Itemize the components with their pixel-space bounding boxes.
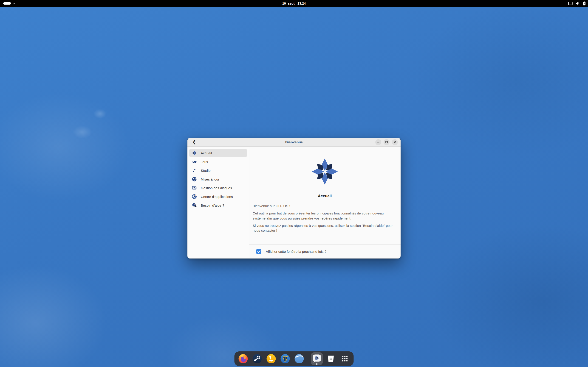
web-browser-icon bbox=[294, 353, 304, 364]
sidebar-item-studio[interactable]: Studio bbox=[189, 166, 247, 175]
dock-separator bbox=[308, 354, 308, 364]
clock[interactable]: 10 sept. 13:24 bbox=[282, 0, 306, 7]
running-indicator-dot bbox=[316, 363, 318, 365]
sidebar-item-jeux[interactable]: Jeux bbox=[189, 157, 247, 166]
show-next-time-checkbox[interactable] bbox=[256, 249, 261, 254]
sidebar-item-accueil[interactable]: Accueil bbox=[189, 149, 247, 157]
lutris-icon bbox=[266, 353, 277, 364]
volume-icon bbox=[576, 2, 580, 5]
dock-item-firefox[interactable] bbox=[237, 352, 249, 365]
sidebar-item-mises-a-jour[interactable]: Mises à jour bbox=[189, 175, 247, 184]
welcome-window: ❮ Bienvenue bbox=[187, 138, 401, 259]
window-titlebar[interactable]: ❮ Bienvenue bbox=[187, 138, 401, 147]
sidebar-item-label: Jeux bbox=[201, 160, 208, 164]
sidebar-item-label: Besoin d'aide ? bbox=[201, 203, 224, 207]
workspace-dot bbox=[14, 3, 15, 4]
sidebar-item-label: Mises à jour bbox=[201, 177, 219, 181]
dock-item-glf-welcome[interactable] bbox=[311, 352, 323, 365]
workspace-active-pill bbox=[3, 2, 11, 5]
dock: ♻ bbox=[234, 351, 354, 366]
paragraph: Bienvenue sur GLF OS ! bbox=[253, 203, 395, 208]
svg-text:♻: ♻ bbox=[329, 357, 333, 361]
glf-os-logo bbox=[311, 158, 338, 185]
disk-drive-icon bbox=[192, 185, 197, 190]
glf-snowflake-icon bbox=[192, 150, 197, 156]
svg-text:?: ? bbox=[193, 203, 195, 206]
sidebar-item-centre-applications[interactable]: Centre d'applications bbox=[189, 192, 247, 201]
paragraph: Cet outil a pour but de vous présenter l… bbox=[253, 211, 395, 221]
top-bar: 10 sept. 13:24 bbox=[0, 0, 588, 7]
minimize-button[interactable] bbox=[375, 139, 381, 145]
welcome-text: Bienvenue sur GLF OS ! Cet outil a pour … bbox=[253, 203, 395, 235]
gamepad-icon bbox=[192, 159, 197, 164]
dock-item-trash[interactable]: ♻ bbox=[325, 352, 337, 365]
sidebar-item-label: Centre d'applications bbox=[201, 195, 233, 199]
dock-item-heroic[interactable] bbox=[279, 352, 291, 365]
content-pane: Accueil Bienvenue sur GLF OS ! Cet outil… bbox=[249, 147, 401, 259]
glf-welcome-icon bbox=[312, 353, 322, 364]
show-next-time-row: Afficher cette fenêtre la prochaine fois… bbox=[249, 244, 401, 259]
steam-icon bbox=[252, 353, 262, 364]
show-apps-button[interactable] bbox=[339, 352, 351, 365]
system-status-area[interactable] bbox=[568, 0, 586, 7]
window-title: Bienvenue bbox=[285, 140, 303, 144]
battery-charging-icon bbox=[583, 1, 586, 6]
music-note-icon bbox=[192, 168, 197, 173]
paragraph: Si vous ne trouvez pas les réponses à vo… bbox=[253, 223, 395, 233]
dock-item-lutris[interactable] bbox=[265, 352, 277, 365]
heroic-games-icon bbox=[280, 353, 291, 364]
sidebar-item-gestion-des-disques[interactable]: Gestion des disques bbox=[189, 184, 247, 192]
sidebar-item-label: Studio bbox=[201, 169, 211, 173]
show-apps-grid-icon bbox=[340, 353, 350, 364]
back-button[interactable]: ❮ bbox=[191, 139, 197, 145]
app-center-icon bbox=[192, 194, 197, 199]
firefox-icon bbox=[238, 353, 249, 364]
workspace-indicator[interactable] bbox=[3, 2, 15, 5]
dock-item-steam[interactable] bbox=[251, 352, 263, 365]
dock-item-web-browser[interactable] bbox=[293, 352, 305, 365]
sidebar-item-besoin-aide[interactable]: ? Besoin d'aide ? bbox=[189, 201, 247, 210]
sidebar-item-label: Accueil bbox=[201, 151, 212, 155]
maximize-button[interactable] bbox=[384, 139, 389, 145]
screen-cast-icon bbox=[568, 2, 573, 5]
trash-icon: ♻ bbox=[326, 353, 336, 364]
show-next-time-label: Afficher cette fenêtre la prochaine fois… bbox=[266, 250, 326, 253]
sidebar-item-label: Gestion des disques bbox=[201, 186, 232, 190]
close-button[interactable] bbox=[392, 139, 398, 145]
refresh-icon bbox=[192, 177, 197, 182]
sidebar: Accueil Jeux bbox=[187, 147, 249, 259]
help-bubbles-icon: ? bbox=[192, 203, 197, 208]
page-title: Accueil bbox=[318, 194, 332, 198]
